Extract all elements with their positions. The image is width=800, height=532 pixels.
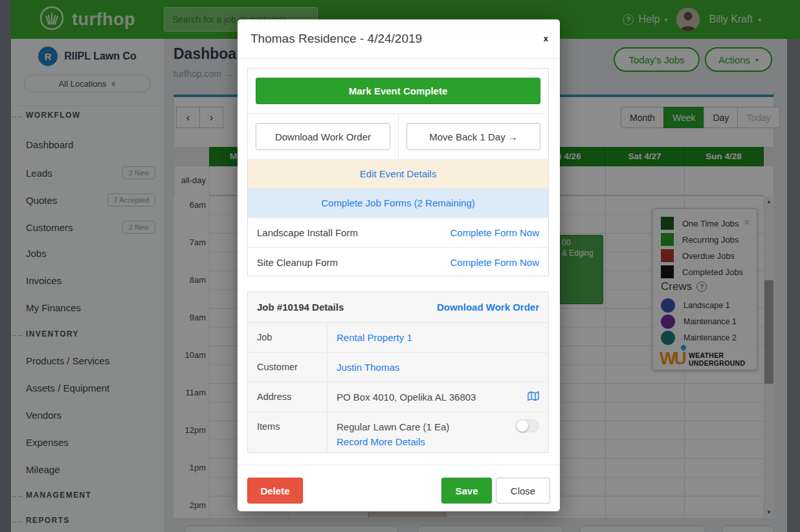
complete-form-now-link[interactable]: Complete Form Now	[450, 218, 539, 247]
record-more-details-link[interactable]: Record More Details	[337, 436, 425, 447]
edit-event-details-link[interactable]: Edit Event Details	[360, 168, 436, 179]
item-toggle[interactable]	[516, 419, 539, 432]
address-value: PO Box 4010, Opelika AL 36803	[337, 392, 476, 403]
delete-button[interactable]: Delete	[247, 478, 303, 504]
complete-form-now-link[interactable]: Complete Form Now	[450, 248, 539, 277]
job-label: Job	[248, 323, 328, 352]
customer-label: Customer	[248, 353, 328, 382]
item-description: Regular Lawn Care (1 Ea)	[337, 421, 539, 432]
download-work-order-button[interactable]: Download Work Order	[256, 123, 390, 150]
modal-header-divider	[238, 58, 560, 59]
job-details-table: Job #10194 Details Download Work Order J…	[247, 291, 549, 453]
form-name: Site Cleanup Form	[257, 248, 338, 277]
job-details-title: Job #10194 Details	[257, 302, 344, 313]
address-label: Address	[248, 382, 328, 412]
save-button[interactable]: Save	[441, 478, 492, 504]
event-actions-box: Mark Event Complete Download Work Order …	[247, 68, 549, 276]
complete-job-forms-link[interactable]: Complete Job Forms (2 Remaining)	[321, 197, 475, 208]
app-screen: turfhop ? Help ▾ Billy Kraft ▾	[0, 0, 800, 532]
modal-title: Thomas Residence - 4/24/2019	[250, 32, 422, 46]
close-button[interactable]: Close	[496, 478, 550, 504]
mark-event-complete-button[interactable]: Mark Event Complete	[256, 78, 540, 104]
items-label: Items	[248, 412, 328, 453]
map-icon[interactable]	[528, 391, 539, 403]
download-work-order-link[interactable]: Download Work Order	[437, 302, 539, 313]
modal-footer-divider	[238, 465, 560, 465]
event-detail-modal: Thomas Residence - 4/24/2019 x Mark Even…	[238, 19, 560, 511]
move-back-1-day-button[interactable]: Move Back 1 Day →	[406, 123, 540, 150]
customer-value-link[interactable]: Justin Thomas	[337, 362, 399, 373]
modal-close-icon[interactable]: x	[544, 34, 548, 43]
form-name: Landscape Install Form	[257, 218, 358, 247]
job-value-link[interactable]: Rental Property 1	[337, 332, 412, 343]
